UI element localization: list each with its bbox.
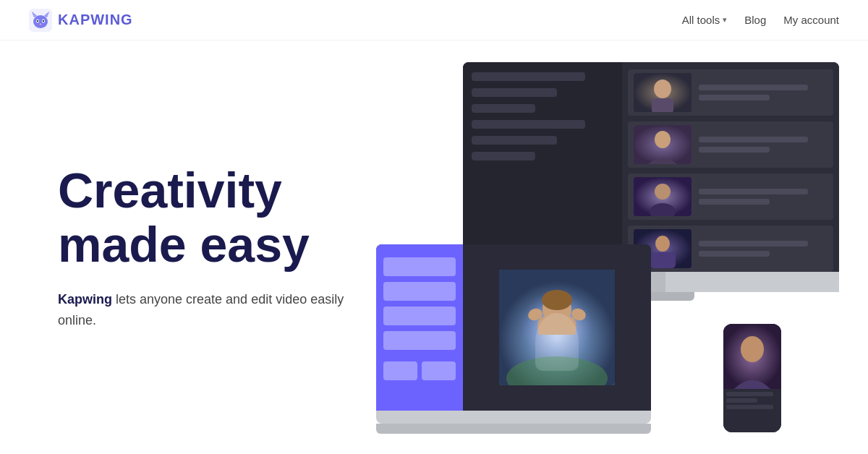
monitor-text-line <box>699 137 808 142</box>
laptop-sidebar-button-small <box>422 361 456 380</box>
sidebar-bar <box>472 120 585 129</box>
svg-rect-21 <box>650 252 676 268</box>
phone-line <box>726 405 773 409</box>
svg-point-1 <box>33 15 48 28</box>
phone <box>723 324 781 440</box>
laptop <box>376 244 651 447</box>
logo[interactable]: KAPWING <box>29 9 133 32</box>
sidebar-bar <box>472 104 535 113</box>
sidebar-bar <box>472 88 557 97</box>
svg-point-20 <box>655 236 670 252</box>
svg-point-30 <box>741 336 764 362</box>
monitor-text-line <box>699 189 808 194</box>
hero-title: Creativity made easy <box>58 163 362 272</box>
laptop-sidebar-button <box>383 282 456 301</box>
monitor-row <box>628 174 833 220</box>
phone-screen <box>723 324 781 432</box>
phone-body <box>723 324 781 432</box>
svg-point-15 <box>655 131 671 148</box>
monitor-row <box>628 226 833 272</box>
sidebar-bar <box>472 152 535 160</box>
laptop-sidebar <box>376 244 463 411</box>
logo-text: KAPWING <box>58 12 133 28</box>
monitor-content <box>622 62 839 272</box>
monitor-text-lines <box>699 189 827 205</box>
laptop-sidebar-button <box>383 331 456 350</box>
monitor-thumbnail <box>634 125 692 164</box>
monitor-thumbnail <box>634 177 692 216</box>
nav: All tools ▾ Blog My account <box>682 14 839 26</box>
phone-line <box>726 398 757 403</box>
monitor-thumbnail <box>634 73 692 112</box>
main-content: Creativity made easy Kapwing lets anyone… <box>0 40 868 454</box>
svg-rect-13 <box>652 98 673 112</box>
monitor-row <box>628 121 833 168</box>
svg-point-9 <box>43 20 44 21</box>
hero-text: Creativity made easy Kapwing lets anyone… <box>58 163 362 330</box>
sidebar-bar <box>472 72 585 81</box>
monitor-text-lines <box>699 85 827 100</box>
logo-icon <box>29 9 52 32</box>
monitor-sidebar <box>463 62 622 272</box>
monitor-text-line <box>699 199 770 205</box>
chevron-down-icon: ▾ <box>723 15 727 25</box>
monitor-text-lines <box>699 241 827 257</box>
monitor-text-line <box>699 147 770 153</box>
svg-point-12 <box>654 80 671 98</box>
monitor-text-line <box>699 241 808 247</box>
phone-thumbnail <box>723 324 781 389</box>
laptop-sidebar-button-small <box>383 361 417 380</box>
phone-bottom <box>723 389 781 432</box>
laptop-base <box>376 411 651 424</box>
monitor-row <box>628 69 833 116</box>
monitor-text-lines <box>699 137 827 153</box>
laptop-screen <box>376 244 651 411</box>
nav-blog[interactable]: Blog <box>744 14 766 26</box>
header: KAPWING All tools ▾ Blog My account <box>0 0 868 40</box>
svg-point-17 <box>655 184 671 200</box>
nav-all-tools[interactable]: All tools ▾ <box>682 14 728 26</box>
laptop-sidebar-button <box>383 307 456 325</box>
hero-subtitle: Kapwing lets anyone create and edit vide… <box>58 289 362 331</box>
svg-point-8 <box>37 20 38 21</box>
monitor-text-line <box>699 85 808 90</box>
sidebar-bar <box>472 136 557 145</box>
devices-area <box>362 40 825 454</box>
laptop-main-thumbnail <box>499 270 615 385</box>
svg-point-25 <box>542 290 572 310</box>
laptop-content <box>463 244 651 411</box>
monitor-screen <box>463 62 839 272</box>
nav-my-account[interactable]: My account <box>783 14 839 26</box>
monitor-text-line <box>699 95 770 100</box>
laptop-base-bottom <box>376 424 651 434</box>
hero-brand: Kapwing <box>58 292 112 307</box>
monitor-text-line <box>699 251 770 257</box>
phone-line <box>726 392 773 396</box>
laptop-sidebar-button <box>383 257 456 276</box>
